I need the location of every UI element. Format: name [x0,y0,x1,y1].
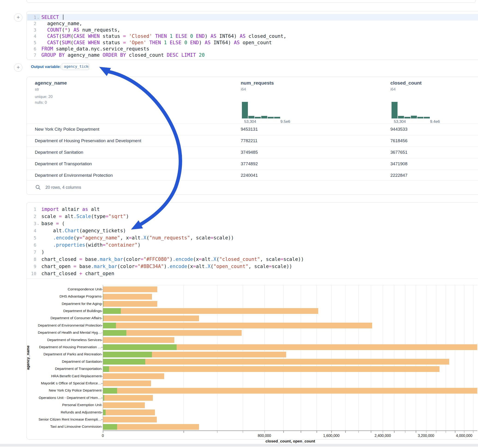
gridline [405,285,405,430]
line-number: 6 [27,243,37,248]
code-line[interactable]: 8chart_closed = base.mark_bar(color="#FF… [27,256,478,262]
code-text: base = ( [40,221,65,226]
code-line[interactable]: 6FROM sample_data.nyc.service_requests [27,46,478,52]
histogram-bar [391,102,397,118]
cell-agency-name: New York City Police Department [35,127,99,132]
row-count-label: 20 rows, 4 columns [45,185,81,190]
code-line[interactable]: 1import altair as alt [27,206,478,212]
bar-closed-count [103,316,199,321]
code-text: chart_open = base.mark_bar(color="#8BC34… [40,264,292,269]
histogram-max-label: 9.4e6 [430,119,440,124]
code-text: chart_closed = base.mark_bar(color="#FFC… [40,256,304,262]
code-line[interactable]: 3⌄base = ( [27,220,478,227]
y-axis-tick [101,427,103,427]
x-axis-tick [217,431,218,433]
line-number: 2 [27,21,37,26]
collapse-chevron-icon[interactable]: ⌄ [37,222,40,226]
x-axis-tick [455,431,455,433]
y-axis-tick [101,297,103,297]
x-axis-tick [103,431,103,433]
cell-num-requests: 3749485 [241,150,258,155]
line-number: 4 [27,34,37,39]
y-axis-category-label: Refunds and Adjustments [25,410,101,414]
code-line[interactable]: 9chart_open = base.mark_bar(color="#8BC3… [27,263,478,270]
x-axis-tick [243,431,243,433]
x-axis-tick [405,431,406,433]
code-line[interactable]: 4 alt.Chart(agency_tickets) [27,227,478,234]
line-number: 5 [27,235,37,240]
x-axis-tick [345,431,346,433]
y-axis-category-label: HRA Benefit Card Replacement [25,374,101,378]
cell-num-requests: 9453131 [241,127,258,132]
cell-num-requests: 3774892 [241,161,258,166]
code-line[interactable]: 7) [27,249,478,255]
gridline [283,285,284,430]
output-variable-input[interactable]: agency_tickets [62,63,89,70]
code-line[interactable]: 6 .properties(width="container") [27,242,478,248]
x-axis-tick [436,431,436,433]
bar-open-count [103,330,126,336]
histogram-bar [268,117,274,118]
x-axis-tick-label: 0 [102,434,104,438]
num-requests-histogram [242,101,283,118]
gridline [473,285,473,430]
code-line[interactable]: 1⌄SELECT [27,14,478,20]
cell-agency-name: Department of Sanitation [35,150,83,155]
x-axis-tick [426,431,427,433]
code-line[interactable]: 4 CAST(SUM(CASE WHEN status = 'Closed' T… [27,33,478,39]
column-header-num-requests[interactable]: num_requests [241,80,274,86]
gridline [243,285,243,430]
code-line[interactable]: 7GROUP BY agency_name ORDER BY closed_co… [27,52,478,58]
gridline [464,285,464,430]
column-header-closed-count[interactable]: closed_count [390,80,421,86]
y-axis-tick [101,304,103,304]
y-axis-tick [101,383,103,384]
bar-open-count [103,388,117,394]
code-line[interactable]: 2 agency_name, [27,20,478,27]
gridline [426,285,426,430]
bar-closed-count [103,424,199,430]
code-line[interactable]: 5 .encode(y="agency_name", x=alt.X("num_… [27,235,478,241]
column-header-agency-name[interactable]: agency_name [35,80,67,86]
column-meta-unique: unique: 20 [35,94,53,99]
x-axis-tick [264,431,265,433]
x-axis-tick-label: 1,600,000 [323,434,340,438]
bar-closed-count [103,380,151,386]
add-cell-button-top[interactable]: + [14,13,22,22]
code-text: GROUP BY agency_name ORDER BY closed_cou… [40,52,205,58]
x-axis-tick [283,431,284,433]
code-text: agency_name, [40,21,82,26]
bar-open-count [103,294,103,300]
code-line[interactable]: 3 COUNT(*) AS num_requests, [27,27,478,33]
bar-open-count [103,352,152,357]
y-axis-tick [101,311,103,311]
y-axis-category-label: New York City Police Department [25,388,101,392]
bar-open-count [103,359,145,365]
histogram-bar [255,117,261,118]
cell-agency-name: Department of Housing Preservation and D… [35,138,141,143]
line-number: 8 [27,257,37,262]
bar-closed-count [103,395,153,401]
text-cursor [63,14,63,20]
line-number: 9 [27,264,37,269]
x-axis-tick [394,431,395,433]
add-cell-button-middle[interactable]: + [14,63,22,72]
code-line[interactable]: 5 CAST(SUM(CASE WHEN status = 'Open' THE… [27,39,478,46]
code-line[interactable]: 2scale = alt.Scale(type="sqrt") [27,213,478,220]
column-type: i64 [241,87,246,92]
gridline [217,285,217,430]
collapse-chevron-icon[interactable]: ⌄ [37,16,40,19]
bar-closed-count [103,388,477,394]
code-line[interactable]: 10chart_closed + chart_open [27,270,478,277]
code-text: .encode(y="agency_name", x=alt.X("num_re… [40,235,234,241]
table-row: Department of Transportation377489234719… [27,158,478,170]
histogram-bar [274,117,280,118]
search-icon[interactable] [35,185,41,190]
histogram-bar [411,116,417,118]
bar-open-count [103,308,121,314]
line-number: 1 [27,15,37,20]
sql-cell[interactable]: 1⌄SELECT 2 agency_name,3 COUNT(*) AS num… [26,11,478,60]
cell-closed-count: 9443533 [390,127,408,132]
y-axis-line [103,285,103,430]
y-axis-category-label: Department of Consumer Affairs [25,316,101,320]
